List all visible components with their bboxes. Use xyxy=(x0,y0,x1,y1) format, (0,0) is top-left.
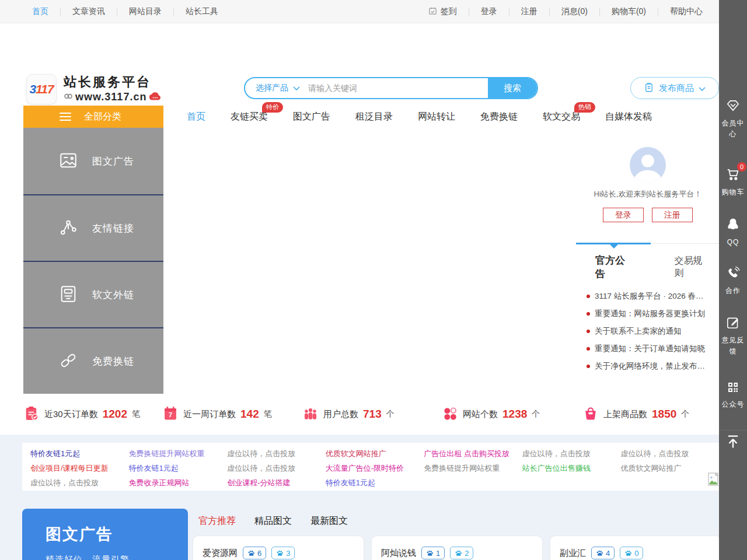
ad-link[interactable]: 虚位以待，点击投放 xyxy=(522,446,621,461)
calendar-check-icon xyxy=(428,6,437,17)
bullet-dot xyxy=(587,347,590,351)
image-ads-promo-card[interactable]: 图文广告 精选好位，流量引擎 xyxy=(22,509,188,560)
feedback-pen-icon xyxy=(725,315,741,332)
ad-link[interactable]: 特价友链1元起 xyxy=(326,475,424,490)
tab-featured[interactable]: 精品图文 xyxy=(254,515,292,527)
tab-latest[interactable]: 最新图文 xyxy=(310,515,348,527)
paw-badge: 6 xyxy=(243,547,266,559)
all-categories-header[interactable]: 全部分类 xyxy=(23,106,163,128)
promo-item-card[interactable]: 阿灿说钱 1 2 xyxy=(371,536,543,560)
ad-link[interactable]: 免费收录正规网站 xyxy=(129,475,228,490)
ad-link[interactable]: 站长广告位出售赚钱 xyxy=(522,461,621,475)
announcement-item[interactable]: 关于净化网络环境，禁止发布… xyxy=(576,358,720,375)
publish-product-button[interactable]: 发布商品 xyxy=(630,77,719,99)
cloud-icon xyxy=(149,92,161,102)
ad-link[interactable]: 大流量广告位-限时特价 xyxy=(326,461,424,475)
tab-official-recommend[interactable]: 官方推荐 xyxy=(198,515,236,527)
category-item-friend-links[interactable]: 友情链接 xyxy=(23,194,163,261)
site-url: www.3117.cn xyxy=(75,91,146,103)
topbar-link-help[interactable]: 帮助中心 xyxy=(658,6,714,17)
ad-link[interactable]: 免费换链提升网站权重 xyxy=(129,446,228,461)
websites-dots-icon xyxy=(442,405,458,424)
topbar-link-register[interactable]: 注册 xyxy=(509,6,549,17)
ad-link[interactable]: 优质软文网站推广 xyxy=(326,446,424,461)
topbar-link-messages[interactable]: 消息(0) xyxy=(550,6,599,17)
shopping-bag-icon xyxy=(582,405,599,424)
category-sidebar: 全部分类 图文广告 友情链接 软文外链 免费换链 xyxy=(23,106,163,394)
ad-link[interactable]: 免费换链提升网站权重 xyxy=(424,461,522,475)
tab-official-announcements[interactable]: 官方公告 xyxy=(595,254,634,281)
calendar-week-icon: 7 xyxy=(162,405,179,424)
promo-tabs: 官方推荐 精品图文 最新图文 xyxy=(198,515,348,527)
nav-image-ads[interactable]: 图文广告 xyxy=(293,111,330,123)
nav-site-transfer[interactable]: 网站转让 xyxy=(418,111,455,123)
strip-qq[interactable]: QQ xyxy=(719,217,747,248)
topbar-link-login[interactable]: 登录 xyxy=(469,6,509,17)
nav-rent-directory[interactable]: 租泛目录 xyxy=(355,111,393,123)
top-arrow-icon xyxy=(725,432,741,453)
hamburger-icon xyxy=(60,110,71,123)
topbar: 首页 文章资讯 网站目录 站长工具 签到 登录 注册 消息(0) 购物车(0) … xyxy=(0,0,747,23)
ad-link[interactable]: 创业课程-分站搭建 xyxy=(227,475,326,490)
register-button[interactable]: 注册 xyxy=(652,208,693,222)
nav-home[interactable]: 首页 xyxy=(187,111,205,123)
promo-item-card[interactable]: 副业汇 4 0 xyxy=(550,536,721,560)
article-link-icon xyxy=(58,284,78,306)
strip-member-center[interactable]: 会员中心 xyxy=(719,98,747,140)
ad-link-empty xyxy=(620,475,719,490)
category-item-link-exchange[interactable]: 免费换链 xyxy=(23,327,163,394)
ad-link[interactable]: 优质软文网站推广 xyxy=(620,461,719,475)
topbar-link-articles[interactable]: 文章资讯 xyxy=(61,6,117,17)
promo-item-card[interactable]: 爱资源网 6 3 xyxy=(193,536,364,560)
paw-badge: 1 xyxy=(421,547,445,559)
ad-link[interactable]: 虚位以待，点击投放 xyxy=(227,461,326,475)
topbar-link-directory[interactable]: 网站目录 xyxy=(117,6,173,17)
bullet-dot xyxy=(587,312,590,316)
stats-bar: 近30天订单数 1202 笔 7 近一周订单数 142 笔 用户总数 713 个… xyxy=(0,394,747,435)
ad-link[interactable]: 广告位出租 点击购买投放 xyxy=(424,446,522,461)
topbar-link-checkin[interactable]: 签到 xyxy=(417,6,469,17)
announcement-item[interactable]: 关于联系不上卖家的通知 xyxy=(576,323,720,340)
strip-cooperation[interactable]: 合作 xyxy=(719,265,747,296)
nav-article-trade[interactable]: 软文交易热销 xyxy=(543,111,580,123)
ad-link[interactable]: 特价友链1元起 xyxy=(129,461,228,475)
vip-diamond-icon xyxy=(725,98,741,115)
category-item-image-ads[interactable]: 图文广告 xyxy=(23,128,163,194)
friend-link-icon xyxy=(58,218,78,239)
announcement-item[interactable]: 重要通知：关于订单通知请知晓 xyxy=(576,340,720,358)
topbar-left-nav: 首页 文章资讯 网站目录 站长工具 xyxy=(32,0,230,23)
search-input[interactable] xyxy=(308,78,488,98)
site-logo[interactable]: 3117 站长服务平台 www.3117.cn xyxy=(26,74,161,104)
announcement-item[interactable]: 3117 站长服务平台 · 2026 春… xyxy=(576,288,720,305)
strip-cart[interactable]: 0 购物车 xyxy=(719,167,747,198)
search-category-dropdown[interactable]: 选择产品 xyxy=(245,83,308,93)
ad-link[interactable]: 创业项目/课程每日更新 xyxy=(30,461,129,475)
nav-free-exchange[interactable]: 免费换链 xyxy=(480,111,518,123)
announcement-list: 3117 站长服务平台 · 2026 春… 重要通知：网站服务器更换计划 关于联… xyxy=(576,288,720,375)
stat-orders-30d: 近30天订单数 1202 笔 xyxy=(23,394,140,435)
topbar-link-home[interactable]: 首页 xyxy=(32,6,60,17)
avatar[interactable] xyxy=(630,147,666,183)
nav-media-publish[interactable]: 自媒体发稿 xyxy=(605,111,652,123)
strip-feedback[interactable]: 意见反馈 xyxy=(719,315,747,357)
ad-link[interactable]: 特价友链1元起 xyxy=(30,446,129,461)
tab-trade-rules[interactable]: 交易规则 xyxy=(674,255,711,279)
ad-link[interactable]: 虚位以待，点击投放 xyxy=(620,446,719,461)
promo-subtitle: 精选好位，流量引擎 xyxy=(46,554,188,560)
search-button[interactable]: 搜索 xyxy=(488,77,537,99)
image-ad-icon xyxy=(58,150,78,172)
ad-link[interactable]: 虚位以待，点击投放 xyxy=(227,446,326,461)
svg-text:7: 7 xyxy=(169,411,172,418)
header: 3117 站长服务平台 www.3117.cn 选择产品 搜索 发布商品 xyxy=(0,24,747,96)
category-item-article-links[interactable]: 软文外链 xyxy=(23,261,163,327)
broken-image-icon xyxy=(708,473,720,488)
ad-link[interactable]: 虚位以待，点击投放 xyxy=(30,475,129,490)
announcement-item[interactable]: 重要通知：网站服务器更换计划 xyxy=(576,305,720,323)
strip-official-account[interactable]: 公众号 xyxy=(719,380,747,410)
topbar-link-cart[interactable]: 购物车(0) xyxy=(600,6,658,17)
topbar-link-tools[interactable]: 站长工具 xyxy=(174,6,230,17)
welcome-text: Hi站长,欢迎来到站长服务平台！ xyxy=(576,189,720,200)
login-button[interactable]: 登录 xyxy=(603,208,644,222)
back-to-top-button[interactable] xyxy=(719,430,747,453)
nav-link-trade[interactable]: 友链买卖特价 xyxy=(231,111,268,123)
